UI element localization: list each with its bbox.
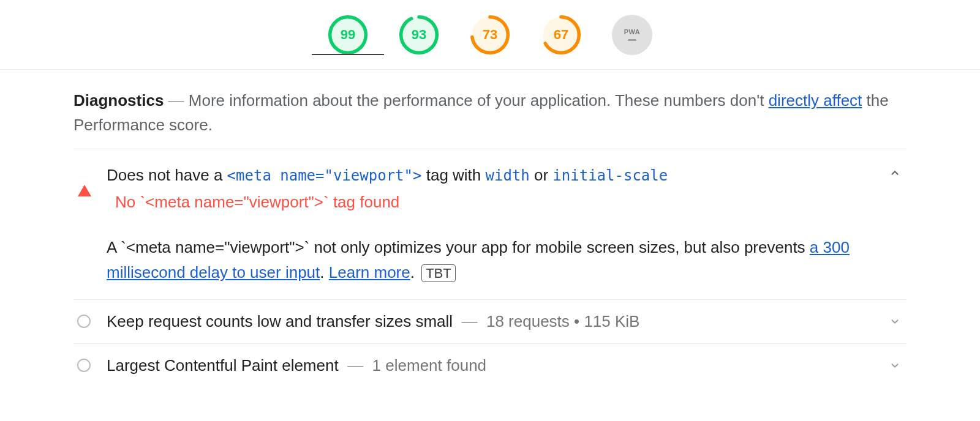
collapse-toggle[interactable]	[888, 166, 902, 182]
score-accessibility[interactable]: 93	[399, 15, 439, 55]
audit-description: A `<meta name="viewport">` not only opti…	[107, 235, 907, 285]
score-performance[interactable]: 99	[328, 15, 368, 55]
active-tab-underline	[312, 54, 384, 55]
audit-title: Largest Contentful Paint element	[107, 356, 339, 375]
fail-triangle-icon	[77, 184, 92, 198]
score-value: 73	[470, 15, 510, 55]
dash-separator: —	[168, 91, 189, 110]
score-value: 67	[541, 15, 581, 55]
gauge-icon: 93	[399, 15, 439, 55]
info-circle-icon	[77, 315, 91, 328]
learn-more-link[interactable]: Learn more	[329, 263, 410, 281]
audit-lcp-element[interactable]: Largest Contentful Paint element — 1 ele…	[74, 344, 907, 387]
score-value: 99	[328, 15, 368, 55]
score-seo[interactable]: 67	[541, 15, 581, 55]
score-best-practices[interactable]: 73	[470, 15, 510, 55]
audit-meta: 1 element found	[372, 356, 486, 375]
pwa-icon: PWA	[612, 15, 652, 55]
score-gauges-row: 99 93 73	[0, 0, 980, 70]
dash-separator: —	[339, 356, 372, 375]
gauge-icon: 99	[328, 15, 368, 55]
chevron-down-icon	[888, 359, 902, 372]
tbt-chip: TBT	[421, 264, 456, 283]
diagnostics-heading: Diagnostics — More information about the…	[74, 88, 907, 149]
audit-title-text: or	[530, 166, 553, 184]
audit-error-message: No `<meta name="viewport">` tag found	[115, 193, 907, 212]
separator: .	[410, 263, 419, 281]
audit-title-text: tag with	[421, 166, 485, 184]
score-pwa[interactable]: PWA	[612, 15, 652, 55]
diagnostics-label: Diagnostics	[74, 91, 164, 110]
audit-title: Keep request counts low and transfer siz…	[107, 312, 453, 331]
score-value: 93	[399, 15, 439, 55]
dash-icon	[628, 39, 636, 41]
audit-viewport-meta: Does not have a <meta name="viewport"> t…	[74, 149, 907, 300]
directly-affect-link[interactable]: directly affect	[769, 91, 862, 110]
info-circle-icon	[77, 359, 91, 372]
dash-separator: —	[453, 312, 486, 331]
audit-desc-text: A `<meta name="viewport">` not only opti…	[107, 238, 810, 256]
audit-meta: 18 requests • 115 KiB	[486, 312, 639, 331]
gauge-icon: 73	[470, 15, 510, 55]
gauge-icon: 67	[541, 15, 581, 55]
audit-title-text: Does not have a	[107, 166, 227, 184]
code-initial-scale: initial-scale	[552, 167, 668, 184]
audit-title: Does not have a <meta name="viewport"> t…	[107, 164, 907, 187]
chevron-down-icon	[888, 315, 902, 328]
expand-toggle[interactable]	[888, 315, 902, 330]
code-meta-viewport: <meta name="viewport">	[227, 167, 422, 184]
diagnostics-desc-prefix: More information about the performance o…	[189, 91, 769, 110]
chevron-up-icon	[888, 166, 902, 180]
separator: .	[320, 263, 328, 281]
code-width: width	[486, 167, 530, 184]
pwa-label: PWA	[624, 28, 641, 35]
audit-request-counts[interactable]: Keep request counts low and transfer siz…	[74, 300, 907, 344]
expand-toggle[interactable]	[888, 359, 902, 374]
